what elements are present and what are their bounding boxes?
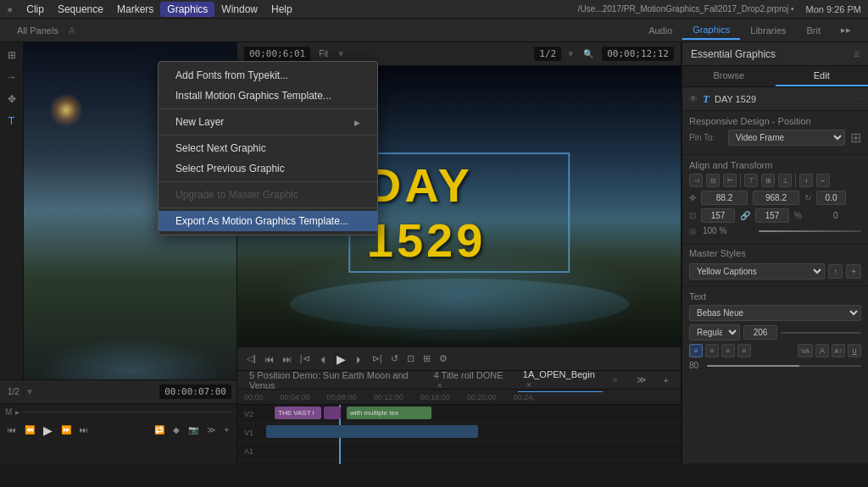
size-slider-bar[interactable] — [707, 365, 861, 367]
preview-timecode-left[interactable]: 00;00;6;01 — [244, 47, 310, 61]
align-right-btn[interactable]: ⊢ — [723, 174, 737, 187]
clip-v1-main[interactable] — [266, 425, 478, 438]
zoom-in-btn[interactable]: 1/2 — [5, 385, 22, 398]
text-style-va-btn[interactable]: VA — [798, 344, 813, 357]
preview-scale-left[interactable]: 1/2 — [534, 47, 561, 61]
clip-middle[interactable] — [324, 407, 341, 419]
close-open-begin[interactable]: × — [526, 379, 531, 390]
dd-select-next[interactable]: Select Next Graphic — [159, 138, 377, 158]
loop-center-btn[interactable]: ↺ — [388, 351, 401, 366]
push-master-btn[interactable]: ↑ — [828, 264, 843, 279]
menu-help[interactable]: Help — [264, 2, 299, 17]
menu-markers[interactable]: Markers — [110, 2, 160, 17]
step-back-frame[interactable]: ⏮ — [262, 352, 276, 366]
text-align-left-btn[interactable]: ≡ — [689, 344, 703, 357]
browse-tab[interactable]: Browse — [682, 66, 776, 86]
tab-more[interactable]: ▸▸ — [831, 21, 861, 39]
align-mid-btn[interactable]: ⊞ — [761, 174, 775, 187]
create-master-btn[interactable]: + — [846, 264, 861, 279]
edit-tab[interactable]: Edit — [776, 66, 869, 86]
align-left-btn[interactable]: ⊣ — [689, 174, 703, 187]
tab-audio[interactable]: Audio — [638, 22, 682, 39]
y-position-input[interactable] — [753, 191, 799, 205]
essential-graphics-menu-icon[interactable]: ≡ — [854, 48, 860, 60]
tab-graphics[interactable]: Graphics — [682, 21, 740, 40]
go-out-btn[interactable]: ⊳| — [370, 351, 385, 366]
step-fwd-btn[interactable]: ⏩ — [58, 423, 74, 436]
master-styles-select[interactable]: Yellow Captions — [689, 263, 825, 279]
link-icon[interactable]: 🔗 — [740, 211, 750, 220]
step-left-btn[interactable]: ⏴ — [316, 352, 331, 366]
pin-to-select[interactable]: Video Frame — [728, 130, 845, 146]
camera-btn[interactable]: 📷 — [186, 423, 201, 436]
tab-all-panels[interactable]: All Panels — [7, 22, 69, 39]
tool-arrow[interactable]: → — [3, 68, 21, 86]
dd-new-layer[interactable]: New Layer — [159, 112, 377, 132]
align-bottom-btn[interactable]: ⊥ — [778, 174, 792, 187]
dist-v-btn[interactable]: ⫟ — [816, 174, 830, 187]
dd-add-fonts[interactable]: Add Fonts from Typekit... — [159, 65, 377, 86]
text-justify-btn[interactable]: ≡ — [737, 344, 751, 357]
settings-btn[interactable]: ⚙ — [437, 351, 450, 366]
text-align-center-btn[interactable]: ≡ — [705, 344, 719, 357]
tool-move[interactable]: ✥ — [3, 90, 21, 108]
step-right-btn[interactable]: ⏵ — [352, 352, 366, 366]
opacity-slider[interactable] — [759, 230, 861, 232]
dd-select-prev[interactable]: Select Previous Graphic — [159, 158, 377, 179]
font-size-slider[interactable] — [781, 332, 861, 334]
safe-margins-btn[interactable]: ⊡ — [404, 351, 417, 366]
more-controls[interactable]: ≫ — [204, 423, 218, 436]
go-in-btn[interactable]: |⊲ — [298, 351, 313, 366]
font-family-select[interactable]: Bebas Neue — [689, 305, 861, 321]
zoom-icon[interactable]: 🔍 — [580, 47, 597, 60]
menubar: ● Clip Sequence Markers Graphics Window … — [0, 0, 868, 19]
marker-btn[interactable]: ◆ — [170, 423, 182, 436]
step-fwd-frame[interactable]: ⏭ — [280, 352, 294, 366]
main-content: ⊞ → ✥ T 1/2 ▼ 00:00:07:00 M — [0, 42, 868, 463]
play-btn[interactable]: ▶ — [41, 422, 55, 439]
text-align-right-btn[interactable]: ≡ — [721, 344, 735, 357]
play-end-btn[interactable]: ⏭ — [77, 423, 91, 436]
tl-tab-title-roll[interactable]: 4 Title roll DONE × — [429, 368, 511, 392]
play-center-btn[interactable]: ▶ — [334, 351, 348, 368]
clip-multiple[interactable]: with multiple tex — [347, 407, 431, 419]
clip-vast[interactable]: THE VAST I — [275, 407, 321, 419]
pin-icon[interactable]: ⊞ — [850, 130, 861, 146]
text-sup-btn[interactable]: A↑ — [832, 344, 845, 357]
loop-btn[interactable]: 🔁 — [152, 423, 167, 436]
tool-select[interactable]: ⊞ — [3, 46, 21, 64]
tab-libraries[interactable]: Libraries — [740, 22, 796, 39]
tl-more-options[interactable]: ≫ — [632, 373, 652, 387]
font-size-input[interactable] — [743, 325, 777, 340]
menu-window[interactable]: Window — [214, 2, 264, 17]
layer-item-day1529[interactable]: 👁 T DAY 1529 ⋯ — [682, 87, 868, 111]
tl-tab-position-demo[interactable]: 5 Position Demo: Sun Earth Moon and Venu… — [244, 368, 422, 392]
dist-h-btn[interactable]: ⫞ — [799, 174, 813, 187]
tab-brit[interactable]: Brit — [797, 22, 832, 39]
text-underline-btn[interactable]: u — [848, 344, 861, 357]
layer-options-icon[interactable]: ⋯ — [853, 94, 861, 103]
width-input[interactable] — [701, 208, 735, 223]
x-position-input[interactable] — [701, 191, 748, 205]
text-caps-btn[interactable]: A — [815, 344, 829, 357]
output-btn[interactable]: ⊞ — [420, 351, 433, 366]
dd-install-mgt[interactable]: Install Motion Graphics Template... — [159, 86, 377, 106]
menu-sequence[interactable]: Sequence — [51, 2, 110, 17]
height-input[interactable] — [755, 208, 789, 223]
align-top-btn[interactable]: ⊤ — [744, 174, 758, 187]
menu-graphics[interactable]: Graphics — [160, 2, 214, 17]
layer-visibility-icon[interactable]: 👁 — [689, 94, 698, 103]
tool-text[interactable]: T — [3, 112, 21, 130]
prev-marker-btn[interactable]: ◁| — [244, 351, 259, 366]
play-stop-btn[interactable]: ⏮ — [5, 423, 19, 436]
tl-add-track[interactable]: + — [659, 374, 674, 387]
close-title-roll[interactable]: × — [437, 380, 442, 390]
dd-export-mgt[interactable]: Export As Motion Graphics Template... — [159, 211, 377, 231]
tl-tab-open-begin[interactable]: 1A_OPEN_Begin × — [518, 368, 603, 392]
menu-clip[interactable]: Clip — [19, 2, 51, 17]
align-center-btn[interactable]: ⊟ — [706, 174, 720, 187]
font-style-select[interactable]: Regular — [689, 324, 740, 340]
add-btn[interactable]: + — [221, 423, 231, 436]
step-back-btn[interactable]: ⏪ — [22, 423, 37, 436]
rotation-input[interactable] — [816, 191, 846, 205]
